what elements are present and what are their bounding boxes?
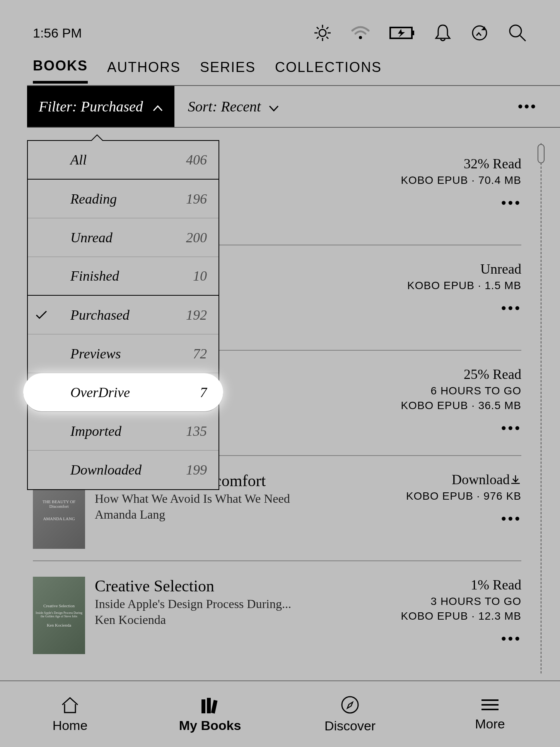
tab-collections[interactable]: COLLECTIONS [275,59,382,82]
tab-books[interactable]: BOOKS [33,58,88,84]
scrollbar-track[interactable] [541,143,541,673]
checkmark-icon [36,307,47,323]
book-format: KOBO EPUB · 36.5 MB [382,399,521,412]
book-author: Amanda Lang [95,507,382,522]
svg-rect-11 [412,31,414,35]
svg-point-13 [510,25,521,37]
status-icons [314,23,527,43]
book-author: Ken Kocienda [95,613,382,627]
book-status: Unread [382,261,521,277]
book-more-button[interactable]: ••• [382,419,521,437]
tab-authors[interactable]: AUTHORS [107,59,181,82]
book-status: 32% Read [382,156,521,172]
book-more-button[interactable]: ••• [382,299,521,317]
book-status: 1% Read [382,577,521,593]
book-format: KOBO EPUB · 12.3 MB [382,610,521,622]
book-time: 6 HOURS TO GO [382,385,521,397]
bottom-nav: Home My Books Discover More [0,680,560,747]
svg-rect-15 [201,699,205,713]
sort-label: Sort: Recent [188,98,261,115]
filter-option-overdrive[interactable]: OverDrive 7 [23,373,223,412]
category-tabs: BOOKS AUTHORS SERIES COLLECTIONS [0,56,560,85]
filter-option-all[interactable]: All 406 [28,141,219,180]
books-icon [199,696,221,714]
svg-line-8 [326,27,328,29]
filter-option-unread[interactable]: Unread 200 [28,218,219,257]
filter-sort-bar: Filter: Purchased Sort: Recent ••• [27,86,560,127]
compass-icon [340,695,360,714]
book-status: 25% Read [382,366,521,382]
svg-point-0 [319,29,326,36]
nav-my-books[interactable]: My Books [140,681,280,747]
tab-series[interactable]: SERIES [200,59,256,82]
chevron-up-icon [153,98,163,115]
svg-point-9 [359,36,362,39]
filter-option-downloaded[interactable]: Downloaded 199 [28,451,219,489]
book-time: 3 HOURS TO GO [382,595,521,608]
search-icon[interactable] [508,23,527,43]
svg-rect-17 [211,700,218,713]
book-format: KOBO EPUB · 70.4 MB [382,174,521,187]
svg-line-5 [317,27,319,29]
chevron-down-icon [269,98,279,115]
book-format: KOBO EPUB · 976 KB [382,490,521,502]
svg-line-14 [520,36,526,41]
brightness-icon[interactable] [314,24,331,42]
book-more-button[interactable]: ••• [382,194,521,212]
nav-more[interactable]: More [420,681,560,747]
dropdown-arrow-icon [92,135,102,141]
clock: 1:56 PM [33,26,82,41]
scrollbar-thumb[interactable] [538,144,545,163]
wifi-icon[interactable] [351,25,370,41]
filter-option-reading[interactable]: Reading 196 [28,180,219,218]
book-more-button[interactable]: ••• [382,629,521,648]
svg-line-7 [317,37,319,39]
filter-option-previews[interactable]: Previews 72 [28,334,219,373]
status-bar: 1:56 PM [0,0,560,56]
download-button[interactable]: Download [382,471,521,488]
divider [27,127,560,128]
filter-option-finished[interactable]: Finished 10 [28,257,219,296]
svg-line-6 [326,37,328,39]
nav-home[interactable]: Home [0,681,140,747]
book-subtitle: Inside Apple's Design Process During... [95,597,382,611]
svg-point-18 [342,697,358,713]
more-options-button[interactable]: ••• [517,97,537,116]
menu-icon [480,697,500,713]
nav-discover[interactable]: Discover [280,681,420,747]
home-icon [60,696,80,714]
book-format: KOBO EPUB · 1.5 MB [382,279,521,292]
filter-button[interactable]: Filter: Purchased [27,86,174,127]
filter-label: Filter: Purchased [39,98,143,115]
book-subtitle: How What We Avoid Is What We Need [95,492,382,506]
battery-charging-icon [389,26,415,40]
book-title: Creative Selection [95,577,382,595]
sync-icon[interactable] [471,24,488,42]
book-row[interactable]: Creative Selection Inside Apple's Design… [33,561,521,666]
filter-dropdown: All 406 Reading 196 Unread 200 Finished … [27,140,219,490]
book-more-button[interactable]: ••• [382,509,521,528]
notifications-icon[interactable] [434,24,451,42]
svg-rect-16 [207,698,211,713]
sort-button[interactable]: Sort: Recent [174,98,292,115]
filter-option-purchased[interactable]: Purchased 192 [28,296,219,334]
book-cover[interactable]: Creative Selection Inside Apple's Design… [33,577,85,654]
filter-option-imported[interactable]: Imported 135 [28,412,219,451]
